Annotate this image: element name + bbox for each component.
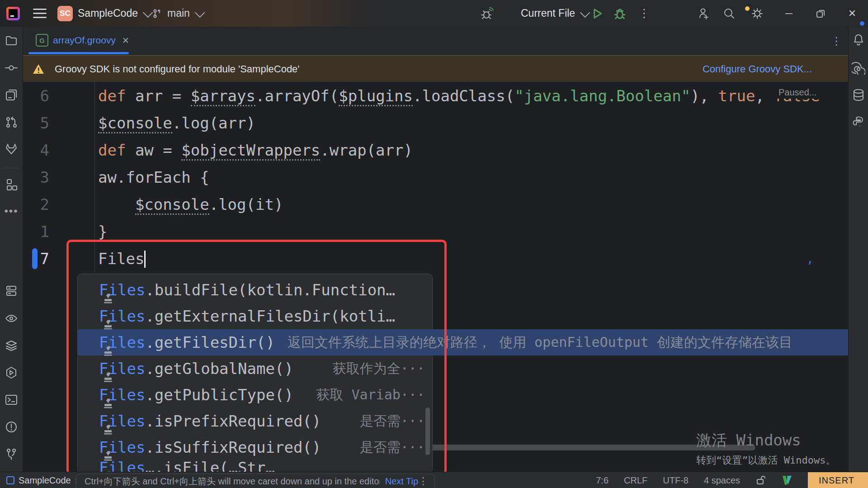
project-selector[interactable]: SampleCode bbox=[78, 0, 151, 27]
chevron-down-icon bbox=[580, 7, 590, 18]
code-line-2[interactable]: 2 $console.log(it) bbox=[23, 191, 848, 218]
commit-icon bbox=[5, 61, 18, 75]
code-text: def aw = $objectWrappers.wrap(arr) bbox=[98, 137, 413, 164]
app-logo-icon[interactable] bbox=[5, 0, 22, 27]
run-button[interactable] bbox=[590, 0, 604, 27]
more-actions-button[interactable]: ⋮ bbox=[638, 0, 650, 27]
terminal-icon bbox=[5, 393, 18, 407]
watermark-title: 激活 Windows bbox=[696, 430, 835, 451]
tab-arrayof-groovy[interactable]: G arrayOf.groovy ✕ bbox=[28, 27, 137, 54]
project-toolwindow-button[interactable] bbox=[5, 34, 18, 49]
vim-insert-mode-badge: INSERT bbox=[808, 472, 868, 488]
settings-button[interactable] bbox=[750, 0, 765, 27]
warning-triangle-icon bbox=[32, 63, 45, 76]
spiral-icon bbox=[852, 61, 865, 75]
line-number[interactable]: 1 bbox=[23, 218, 49, 245]
right-toolwindow-rail bbox=[848, 27, 868, 472]
gitlab-fox-icon bbox=[5, 142, 18, 156]
code-text: aw.forEach { bbox=[98, 164, 209, 191]
problems-toolwindow-button[interactable] bbox=[5, 420, 18, 436]
layers-icon bbox=[5, 339, 18, 352]
ideavim-icon[interactable] bbox=[782, 475, 793, 486]
line-number[interactable]: 7 bbox=[23, 245, 49, 272]
run-configuration-selector[interactable]: Current File bbox=[521, 0, 588, 27]
terminal-toolwindow-button[interactable] bbox=[5, 393, 18, 408]
minimize-icon: ─ bbox=[785, 8, 793, 19]
code-line-3[interactable]: 3aw.forEach { bbox=[23, 164, 848, 191]
line-number[interactable]: 6 bbox=[23, 82, 49, 109]
more-toolwindows-button[interactable]: ••• bbox=[4, 205, 18, 218]
indent-widget[interactable]: 4 spaces bbox=[704, 475, 740, 486]
tab-close-icon[interactable]: ✕ bbox=[122, 35, 129, 46]
gitlab-toolwindow-button[interactable] bbox=[5, 142, 18, 158]
tab-options-button[interactable]: ⋮ bbox=[831, 35, 842, 47]
restore-window-icon bbox=[816, 9, 826, 19]
component-squares-icon bbox=[5, 178, 18, 191]
vcs-toolwindow-button[interactable] bbox=[5, 447, 18, 463]
debug-button[interactable] bbox=[613, 0, 627, 27]
run-play-icon bbox=[590, 7, 604, 20]
sdk-warning-banner: Groovy SDK is not configured for module … bbox=[23, 55, 848, 82]
code-with-me-button[interactable] bbox=[696, 0, 711, 27]
code-line-6[interactable]: 6def arr = $arrays.arrayOf($plugins.load… bbox=[23, 82, 848, 109]
windows-activation-watermark: 激活 Windows 转到“设置”以激活 Windows。 bbox=[696, 430, 835, 467]
main-menu-button[interactable] bbox=[32, 0, 47, 27]
close-icon: ✕ bbox=[848, 8, 856, 19]
tip-more-button[interactable]: ⋮ bbox=[418, 475, 428, 487]
windows-toolwindow-button[interactable] bbox=[5, 89, 18, 103]
branch-selector[interactable]: main bbox=[152, 0, 203, 27]
window-restore-button[interactable] bbox=[810, 0, 831, 27]
bell-icon bbox=[852, 33, 865, 47]
unlocked-padlock-icon[interactable] bbox=[755, 475, 766, 486]
code-text: def arr = $arrays.arrayOf($plugins.loadC… bbox=[98, 82, 820, 109]
services-hexagon-play-icon bbox=[5, 366, 18, 379]
configure-sdk-link[interactable]: Configure Groovy SDK... bbox=[703, 63, 812, 75]
annotation-red-box bbox=[66, 240, 447, 475]
python-packages-button[interactable] bbox=[852, 115, 865, 131]
editor-tabbar: G arrayOf.groovy ✕ ⋮ bbox=[23, 27, 848, 55]
statusbar-project-widget[interactable]: SampleCode › bbox=[6, 475, 78, 486]
caret-position-widget[interactable]: 7:6 bbox=[596, 475, 609, 486]
stacked-windows-icon bbox=[5, 89, 18, 101]
ai-assistant-button[interactable] bbox=[852, 61, 865, 76]
line-number[interactable]: 2 bbox=[23, 191, 49, 218]
active-tab-underline bbox=[28, 52, 129, 54]
line-number[interactable]: 4 bbox=[23, 137, 49, 164]
code-line-5[interactable]: 5$console.log(arr) bbox=[23, 109, 848, 137]
dependencies-toolwindow-button[interactable] bbox=[5, 178, 18, 193]
pull-requests-toolwindow-button[interactable] bbox=[5, 115, 18, 131]
statusbar-project-name: SampleCode bbox=[19, 475, 71, 486]
window-minimize-button[interactable]: ─ bbox=[778, 0, 799, 27]
module-icon bbox=[6, 476, 14, 484]
code-text: $console.log(it) bbox=[98, 191, 283, 218]
next-tip-link[interactable]: Next Tip bbox=[385, 476, 418, 487]
problems-icon bbox=[5, 420, 18, 434]
code-text: $console.log(arr) bbox=[98, 109, 255, 137]
tip-text: Ctrl+向下箭头 and Ctrl+向上箭头 will move caret … bbox=[85, 475, 380, 488]
run-configuration-label: Current File bbox=[521, 7, 575, 19]
line-number[interactable]: 3 bbox=[23, 164, 49, 191]
git-branch-icon bbox=[152, 8, 163, 19]
layers-toolwindow-button[interactable] bbox=[5, 339, 18, 354]
branch-name: main bbox=[167, 7, 190, 19]
debug-bug-icon bbox=[613, 7, 627, 20]
line-number[interactable]: 5 bbox=[23, 109, 49, 137]
rows-icon bbox=[5, 284, 18, 297]
notifications-button[interactable] bbox=[852, 33, 865, 48]
notification-dot bbox=[860, 21, 864, 26]
preview-toolwindow-button[interactable] bbox=[5, 312, 18, 327]
project-icon[interactable]: SC bbox=[57, 0, 74, 27]
code-line-4[interactable]: 4def aw = $objectWrappers.wrap(arr) bbox=[23, 137, 848, 164]
database-icon bbox=[852, 88, 865, 102]
encoding-widget[interactable]: UTF-8 bbox=[663, 475, 689, 486]
search-icon bbox=[722, 7, 736, 20]
profiler-button[interactable] bbox=[480, 0, 495, 27]
git-branch-icon bbox=[5, 447, 18, 461]
line-ending-widget[interactable]: CRLF bbox=[624, 475, 647, 486]
watermark-subtitle: 转到“设置”以激活 Windows。 bbox=[696, 454, 835, 467]
build-toolwindow-button[interactable] bbox=[5, 284, 18, 299]
commit-toolwindow-button[interactable] bbox=[5, 61, 18, 76]
search-everywhere-button[interactable] bbox=[722, 0, 736, 27]
database-toolwindow-button[interactable] bbox=[852, 88, 865, 104]
services-toolwindow-button[interactable] bbox=[5, 366, 18, 381]
